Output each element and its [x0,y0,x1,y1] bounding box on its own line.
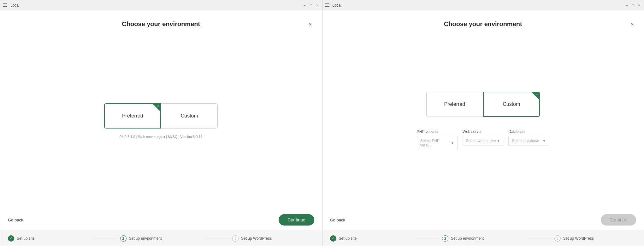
continue-btn-right[interactable]: Continue [601,214,636,226]
step-1-right: ✓ Set up site [330,235,412,242]
step-label-2-right: Set up environment [451,236,484,241]
titlebar-left: Local – □ ✕ [0,0,322,10]
menu-icon-right[interactable] [325,3,330,8]
maximize-btn-left[interactable]: □ [309,3,313,7]
step-icon-1-right: ✓ [330,235,336,242]
dialog-title-left: Choose your environment [122,20,200,28]
titlebar-title-right: Local [333,3,625,8]
step-divider-2-right [527,238,552,238]
step-label-2-left: Set up environment [129,236,162,241]
continue-btn-left[interactable]: Continue [279,214,314,226]
titlebar-title-left: Local [10,3,303,8]
database-label: Database [508,129,549,134]
custom-label-left: Custom [181,113,198,119]
step-label-1-right: Set up site [339,236,357,241]
custom-options-right: PHP version Select PHP versi... ▼ Web se… [417,129,549,150]
option-preferred-left[interactable]: Preferred [104,103,161,129]
dialog-left: Choose your environment × Preferred Cust… [0,10,322,246]
option-custom-right[interactable]: Custom [483,92,540,117]
step-icon-3-left: 3 [232,235,239,242]
dialog-right: Choose your environment × Preferred Cust… [322,10,644,246]
env-info-left: PHP 8.1.9 | Web server nginx | MySQL Ver… [120,135,203,139]
dialog-close-right[interactable]: × [629,20,636,28]
checkmark-preferred-left [153,104,160,112]
dialog-footer-right: Go back Continue [322,209,644,231]
step-divider-1-left [92,238,118,238]
database-select[interactable]: Select database ▼ [508,136,549,146]
close-btn-right[interactable]: ✕ [637,3,641,7]
preferred-label-left: Preferred [122,113,143,119]
database-chevron: ▼ [543,139,546,143]
dialog-body-right: Preferred Custom PHP version Select PHP … [322,33,644,209]
env-options-left: Preferred Custom [104,103,218,129]
database-placeholder: Select database [512,139,539,143]
step-divider-1-right [414,238,440,238]
status-bar-right: ✓ Set up site 2 Set up environment 3 Set… [322,231,644,246]
step-label-3-left: Set up WordPress [241,236,272,241]
titlebar-right: Local – □ ✕ [322,0,644,10]
php-version-select[interactable]: Select PHP versi... ▼ [417,136,458,150]
step-label-1-left: Set up site [17,236,35,241]
web-server-field: Web server Select web server ▼ [463,129,503,146]
step-divider-2-left [204,238,230,238]
web-server-label: Web server [463,129,503,134]
custom-label-right: Custom [503,101,520,107]
option-custom-left[interactable]: Custom [161,103,218,129]
minimize-btn-right[interactable]: – [625,3,629,7]
dialog-title-right: Choose your environment [444,20,522,28]
php-version-chevron: ▼ [451,141,454,145]
go-back-right[interactable]: Go back [330,218,345,222]
web-server-chevron: ▼ [497,139,500,143]
dialog-header-left: Choose your environment × [0,10,322,33]
dialog-close-left[interactable]: × [307,20,314,28]
step-icon-2-left: 2 [120,235,127,242]
go-back-left[interactable]: Go back [8,218,23,222]
step-3-left: 3 Set up WordPress [232,235,314,242]
step-icon-2-right: 2 [442,235,448,242]
status-bar-left: ✓ Set up site 2 Set up environment 3 Set… [0,231,322,246]
step-1-left: ✓ Set up site [8,235,90,242]
database-field: Database Select database ▼ [508,129,549,146]
option-preferred-right[interactable]: Preferred [426,92,483,117]
minimize-btn-left[interactable]: – [303,3,307,7]
maximize-btn-right[interactable]: □ [631,3,635,7]
checkmark-custom-right [532,92,539,100]
step-icon-1-left: ✓ [8,235,14,242]
php-version-field: PHP version Select PHP versi... ▼ [417,129,458,150]
preferred-label-right: Preferred [444,101,465,107]
step-3-right: 3 Set up WordPress [554,235,636,242]
custom-options-row-right: PHP version Select PHP versi... ▼ Web se… [417,129,549,150]
web-server-select[interactable]: Select web server ▼ [463,136,503,146]
window-left: Local – □ ✕ Choose your environment × Pr… [0,0,322,246]
dialog-body-left: Preferred Custom PHP 8.1.9 | Web server … [0,33,322,209]
web-server-placeholder: Select web server [466,139,496,143]
step-icon-3-right: 3 [554,235,561,242]
close-btn-left[interactable]: ✕ [316,3,319,7]
php-version-label: PHP version [417,129,458,134]
php-version-placeholder: Select PHP versi... [420,139,451,147]
titlebar-controls-right: – □ ✕ [625,3,641,7]
step-label-3-right: Set up WordPress [563,236,594,241]
env-options-right: Preferred Custom [426,92,540,117]
dialog-footer-left: Go back Continue [0,209,322,231]
step-2-right: 2 Set up environment [442,235,524,242]
titlebar-controls-left: – □ ✕ [303,3,319,7]
menu-icon-left[interactable] [3,3,8,8]
step-2-left: 2 Set up environment [120,235,202,242]
window-right: Local – □ ✕ Choose your environment × Pr… [322,0,644,246]
dialog-header-right: Choose your environment × [322,10,644,33]
